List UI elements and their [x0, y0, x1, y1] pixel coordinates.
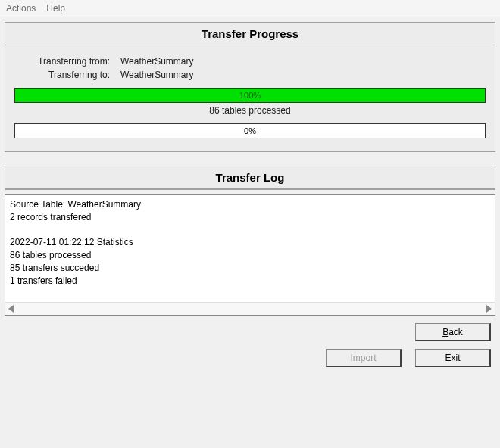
current-progress-text: 0%: [15, 124, 485, 138]
transfer-log-section: Transfer Log: [5, 166, 495, 190]
horizontal-scrollbar[interactable]: [5, 302, 495, 315]
transfer-log-text[interactable]: Source Table: WeatherSummary 2 records t…: [5, 195, 495, 302]
exit-button-rest: xit: [452, 353, 461, 363]
transferring-to-value: WeatherSummary: [120, 70, 486, 80]
current-progress-bar: 0%: [14, 123, 486, 138]
transferring-from-label: Transferring from:: [14, 56, 120, 67]
transferring-to-label: Transferring to:: [14, 70, 120, 80]
menu-actions[interactable]: Actions: [6, 3, 36, 14]
back-button-mnemonic: B: [442, 327, 448, 338]
transferring-to-row: Transferring to: WeatherSummary: [14, 70, 486, 80]
scroll-right-icon[interactable]: [486, 305, 492, 313]
transferring-from-value: WeatherSummary: [120, 56, 486, 67]
exit-button[interactable]: Exit: [415, 349, 491, 367]
scroll-left-icon[interactable]: [8, 305, 14, 313]
transfer-progress-body: Transferring from: WeatherSummary Transf…: [5, 45, 495, 151]
import-button: Import: [326, 349, 402, 367]
back-button-rest: ack: [448, 327, 463, 338]
button-row-top: Back: [0, 316, 500, 344]
back-button[interactable]: Back: [415, 323, 491, 341]
overall-progress-text: 100%: [15, 89, 485, 102]
menu-help[interactable]: Help: [46, 3, 65, 14]
transfer-progress-section: Transfer Progress Transferring from: Wea…: [5, 22, 495, 152]
exit-button-mnemonic: E: [445, 353, 451, 363]
transfer-log-area: Source Table: WeatherSummary 2 records t…: [5, 194, 495, 316]
overall-progress-subtext: 86 tables processed: [14, 105, 486, 116]
menubar: Actions Help: [0, 0, 500, 17]
button-row-bottom: Import Exit: [0, 344, 500, 370]
transfer-log-title: Transfer Log: [5, 166, 495, 189]
overall-progress-bar: 100%: [14, 88, 486, 103]
transferring-from-row: Transferring from: WeatherSummary: [14, 56, 486, 67]
transfer-progress-title: Transfer Progress: [5, 23, 495, 45]
